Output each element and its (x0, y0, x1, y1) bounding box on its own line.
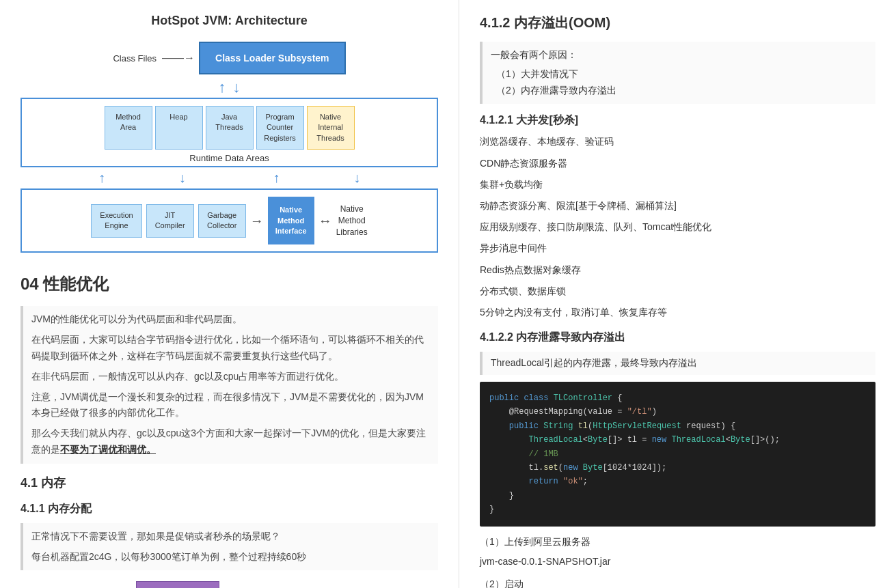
perf-line5: 那么今天我们就从内存、gc以及cpu这3个方面和大家一起探讨一下JVM的优化，但… (31, 425, 430, 458)
nm-tl: tl (578, 421, 588, 431)
section-41: 4.1 内存 4.1.1 内存分配 正常情况下不需要设置，那如果是促销或者秒杀的… (21, 475, 438, 588)
orders-per-second-box: 3000笔订单/秒 (136, 581, 220, 588)
native-libraries-label: NativeMethodLibraries (336, 204, 368, 238)
flow-diagram: 3000笔订单/秒 → 会持续1分钟 持续60秒 订单服务1000次/s 订单服… (21, 581, 438, 588)
kw-class: class (524, 393, 548, 403)
highlight-no-tuning: 不要为了调优和调优。 (60, 444, 156, 455)
section-412: 4.1.2 内存溢出(OOM) 一般会有两个原因： （1）大并发情况下 （2）内… (480, 14, 875, 104)
item-redis: Redis热点数据对象缓存 (480, 262, 875, 279)
section-411-quote: 正常情况下不需要设置，那如果是促销或者秒杀的场景呢？ 每台机器配置2c4G，以每… (21, 523, 438, 571)
section-4122: 4.1.2.2 内存泄露导致内存溢出 ThreadLocal引起的内存泄露，最终… (480, 331, 875, 588)
threadlocal-text: ThreadLocal引起的内存泄露，最终导致内存溢出 (491, 357, 697, 368)
perf-line2: 在代码层面，大家可以结合字节码指令进行优化，比如一个循环语句，可以将循环不相关的… (31, 332, 430, 365)
step-1-text: 上传到阿里云服务器 (504, 536, 590, 547)
jar-filename: jvm-case-0.0.1-SNAPSHOT.jar (480, 553, 875, 570)
oom-general-reason: 一般会有两个原因： (491, 47, 867, 64)
program-counter-box: ProgramCounterRegisters (256, 106, 304, 150)
item-cdn: CDN静态资源服务器 (480, 155, 875, 172)
item-app-cache: 应用级别缓存、接口防刷限流、队列、Tomcat性能优化 (480, 219, 875, 236)
nm-set: set (543, 463, 558, 473)
class-loader-box: Class Loader Subsystem (199, 42, 346, 74)
section-04-heading: 04 性能优化 (21, 273, 438, 295)
code-block: public class TLController { @RequestMapp… (480, 382, 875, 527)
perf-line1: JVM的性能优化可以分为代码层面和非代码层面。 (31, 311, 430, 328)
oom-reason-2: （2）内存泄露导致内存溢出 (496, 83, 867, 99)
perf-line3: 在非代码层面，一般情况可以从内存、gc以及cpu占用率等方面进行优化。 (31, 369, 430, 385)
bigconcurrent-items: 浏览器缓存、本地缓存、验证码 CDN静态资源服务器 集群+负载均衡 动静态资源分… (480, 133, 875, 321)
cl-byte3: Byte (583, 463, 603, 473)
item-dynamic-static: 动静态资源分离、限流[基于令牌桶、漏桶算法] (480, 197, 875, 214)
memory-line2: 每台机器配置2c4G，以每秒3000笔订单为例，整个过程持续60秒 (31, 549, 430, 565)
section-4121-heading: 4.1.2.1 大并发[秒杀] (480, 113, 875, 128)
kw-return: return (529, 477, 558, 486)
runtime-label: Runtime Data Areas (189, 153, 269, 163)
item-browser-cache: 浏览器缓存、本地缓存、验证码 (480, 133, 875, 150)
str-tl: "/tl" (627, 407, 652, 417)
diagram-top-row: Class Files ——→ Class Loader Subsystem (21, 42, 438, 74)
cm-1mb: // 1MB (529, 449, 558, 459)
execution-engine-box: ExecutionEngine (91, 204, 141, 238)
section-4121: 4.1.2.1 大并发[秒杀] 浏览器缓存、本地缓存、验证码 CDN静态资源服务… (480, 113, 875, 321)
section-411-heading: 4.1.1 内存分配 (21, 502, 438, 516)
section-41-heading: 4.1 内存 (21, 475, 438, 491)
method-area-box: MethodArea (105, 106, 152, 150)
cl-tlcontroller: TLController (554, 393, 612, 403)
cl-string: String (543, 421, 573, 431)
cl-byte2: Byte (731, 435, 750, 445)
memory-line1: 正常情况下不需要设置，那如果是促销或者秒杀的场景呢？ (31, 529, 430, 545)
cl-byte: Byte (588, 435, 608, 445)
perf-line4: 注意，JVM调优是一个漫长和复杂的过程，而在很多情况下，JVM是不需要优化的，因… (31, 389, 430, 422)
kw-new1: new (652, 435, 667, 445)
engine-section: ExecutionEngine JITCompiler GarbageColle… (21, 188, 438, 253)
step-1: （1）上传到阿里云服务器 (480, 533, 875, 550)
right-panel: 4.1.2 内存溢出(OOM) 一般会有两个原因： （1）大并发情况下 （2）内… (459, 0, 896, 588)
arrow-to-loader: ——→ (162, 52, 195, 64)
jvm-diagram: HotSpot JVM: Architecture Class Files ——… (21, 14, 438, 253)
jit-compiler-box: JITCompiler (146, 204, 194, 238)
cl-threadlocal: ThreadLocal (529, 435, 583, 445)
step-1-num: （1） (480, 536, 504, 547)
kw-public1: public (489, 393, 519, 403)
runtime-area: MethodArea Heap JavaThreads ProgramCount… (21, 98, 438, 167)
down-arrows: ↑↓ (21, 79, 438, 96)
step-2: （2）启动 (480, 576, 875, 588)
java-threads-box: JavaThreads (206, 106, 254, 150)
threadlocal-quote: ThreadLocal引起的内存泄露，最终导致内存溢出 (480, 352, 875, 375)
cl-threadlocal2: ThreadLocal (671, 435, 725, 445)
item-cluster: 集群+负载均衡 (480, 176, 875, 193)
diagram-title: HotSpot JVM: Architecture (21, 14, 438, 28)
kw-new2: new (563, 463, 578, 473)
step-2-num: （2） (480, 578, 504, 588)
kw-public2: public (509, 421, 539, 431)
section-04-quote: JVM的性能优化可以分为代码层面和非代码层面。 在代码层面，大家可以结合字节码指… (21, 306, 438, 463)
section-412-heading: 4.1.2 内存溢出(OOM) (480, 14, 875, 32)
native-method-interface-box: NativeMethodInterface (268, 197, 314, 244)
section-4122-heading: 4.1.2.2 内存泄露导致内存溢出 (480, 331, 875, 345)
item-locks: 分布式锁、数据库锁 (480, 283, 875, 300)
engine-arrow2: ↔ (318, 213, 332, 229)
class-files-label: Class Files (113, 53, 157, 64)
section-04: 04 性能优化 JVM的性能优化可以分为代码层面和非代码层面。 在代码层面，大家… (21, 273, 438, 463)
mid-arrows: ↑↓ ↑↓ (62, 170, 397, 186)
runtime-boxes-row: MethodArea Heap JavaThreads ProgramCount… (29, 106, 430, 150)
item-5min: 5分钟之内没有支付，取消订单、恢复库存等 (480, 304, 875, 321)
garbage-collector-box: GarbageCollector (198, 204, 246, 238)
step-2-text: 启动 (504, 578, 524, 588)
flow-row-1: 3000笔订单/秒 → 会持续1分钟 持续60秒 (21, 581, 438, 588)
engine-arrow: → (250, 213, 264, 229)
str-ok: "ok" (563, 477, 583, 486)
left-panel: HotSpot JVM: Architecture Class Files ——… (0, 0, 459, 588)
heap-box: Heap (155, 106, 203, 150)
oom-reason-1: （1）大并发情况下 (496, 66, 867, 83)
oom-reasons-block: 一般会有两个原因： （1）大并发情况下 （2）内存泄露导致内存溢出 (480, 42, 875, 104)
native-threads-box: NativeInternalThreads (307, 106, 355, 150)
cl-httpservlet: HttpServletRequest (593, 421, 681, 431)
item-async-msg: 异步消息中间件 (480, 240, 875, 257)
